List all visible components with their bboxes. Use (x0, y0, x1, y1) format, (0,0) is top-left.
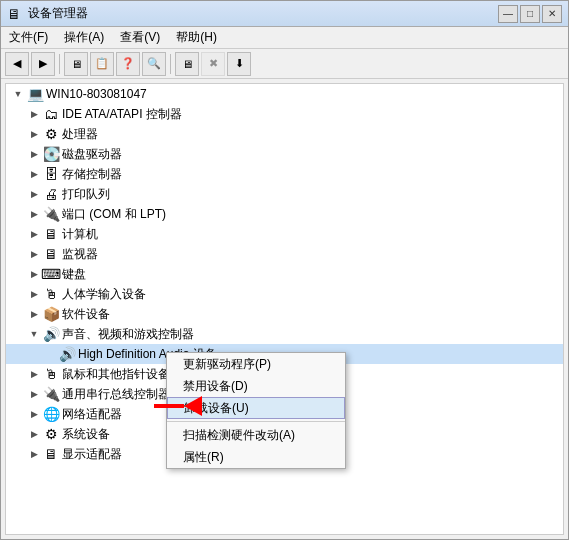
menu-file[interactable]: 文件(F) (1, 27, 56, 48)
arrow-shaft (154, 404, 184, 408)
label-1: 处理器 (62, 126, 98, 143)
title-bar-left: 🖥 设备管理器 (7, 5, 88, 22)
icon-12: 🔊 (58, 345, 76, 363)
label-2: 磁盘驱动器 (62, 146, 122, 163)
icon-11: 🔊 (42, 325, 60, 343)
icon-15: 🌐 (42, 405, 60, 423)
arrow-indicator (154, 396, 202, 416)
root-label: WIN10-803081047 (46, 87, 147, 101)
context-menu-item-scan[interactable]: 扫描检测硬件改动(A) (167, 424, 345, 446)
context-menu-item-update[interactable]: 更新驱动程序(P) (167, 353, 345, 375)
tree-item-9[interactable]: ▶ 🖱 人体学输入设备 (6, 284, 563, 304)
window-title: 设备管理器 (28, 5, 88, 22)
forward-button[interactable]: ▶ (31, 52, 55, 76)
label-3: 存储控制器 (62, 166, 122, 183)
label-16: 系统设备 (62, 426, 110, 443)
root-icon: 💻 (26, 85, 44, 103)
tree-item-2[interactable]: ▶ 💽 磁盘驱动器 (6, 144, 563, 164)
icon-8: ⌨ (42, 265, 60, 283)
context-menu-item-properties[interactable]: 属性(R) (167, 446, 345, 468)
arrow-4: ▶ (26, 189, 42, 199)
arrow-8: ▶ (26, 269, 42, 279)
tree-item-10[interactable]: ▶ 📦 软件设备 (6, 304, 563, 324)
tree-item-3[interactable]: ▶ 🗄 存储控制器 (6, 164, 563, 184)
toolbar-separator-2 (170, 54, 171, 74)
maximize-button[interactable]: □ (520, 5, 540, 23)
arrow-10: ▶ (26, 309, 42, 319)
tree-item-6[interactable]: ▶ 🖥 计算机 (6, 224, 563, 244)
device-manager-window: 🖥 设备管理器 — □ ✕ 文件(F) 操作(A) 查看(V) 帮助(H) ◀ … (0, 0, 569, 540)
label-13: 鼠标和其他指针设备 (62, 366, 170, 383)
tree-root[interactable]: ▼ 💻 WIN10-803081047 (6, 84, 563, 104)
toolbar: ◀ ▶ 🖥 📋 ❓ 🔍 🖥 ✖ ⬇ (1, 49, 568, 79)
icon-2: 💽 (42, 145, 60, 163)
label-4: 打印队列 (62, 186, 110, 203)
arrow-11: ▼ (26, 329, 42, 339)
icon-9: 🖱 (42, 285, 60, 303)
back-button[interactable]: ◀ (5, 52, 29, 76)
label-9: 人体学输入设备 (62, 286, 146, 303)
label-11: 声音、视频和游戏控制器 (62, 326, 194, 343)
minimize-button[interactable]: — (498, 5, 518, 23)
tree-item-1[interactable]: ▶ ⚙ 处理器 (6, 124, 563, 144)
icon-17: 🖥 (42, 445, 60, 463)
arrow-1: ▶ (26, 129, 42, 139)
icon-3: 🗄 (42, 165, 60, 183)
icon-0: 🗂 (42, 105, 60, 123)
label-15: 网络适配器 (62, 406, 122, 423)
window-icon: 🖥 (7, 6, 23, 22)
icon-10: 📦 (42, 305, 60, 323)
arrow-6: ▶ (26, 229, 42, 239)
properties-button[interactable]: 📋 (90, 52, 114, 76)
computer-button[interactable]: 🖥 (64, 52, 88, 76)
label-0: IDE ATA/ATAPI 控制器 (62, 106, 182, 123)
scan-button[interactable]: 🔍 (142, 52, 166, 76)
arrow-7: ▶ (26, 249, 42, 259)
tree-item-0[interactable]: ▶ 🗂 IDE ATA/ATAPI 控制器 (6, 104, 563, 124)
tree-item-5[interactable]: ▶ 🔌 端口 (COM 和 LPT) (6, 204, 563, 224)
tree-item-8[interactable]: ▶ ⌨ 键盘 (6, 264, 563, 284)
arrow-2: ▶ (26, 149, 42, 159)
menu-view[interactable]: 查看(V) (112, 27, 168, 48)
toolbar-separator-1 (59, 54, 60, 74)
label-10: 软件设备 (62, 306, 110, 323)
label-6: 计算机 (62, 226, 98, 243)
menu-action[interactable]: 操作(A) (56, 27, 112, 48)
context-menu-item-disable[interactable]: 禁用设备(D) (167, 375, 345, 397)
question-button[interactable]: ❓ (116, 52, 140, 76)
icon-14: 🔌 (42, 385, 60, 403)
close-button[interactable]: ✕ (542, 5, 562, 23)
content-area: ▼ 💻 WIN10-803081047 ▶ 🗂 IDE ATA/ATAPI 控制… (1, 79, 568, 539)
arrow-9: ▶ (26, 289, 42, 299)
arrow-5: ▶ (26, 209, 42, 219)
root-arrow: ▼ (10, 89, 26, 99)
menu-help[interactable]: 帮助(H) (168, 27, 225, 48)
title-bar: 🖥 设备管理器 — □ ✕ (1, 1, 568, 27)
arrow-17: ▶ (26, 449, 42, 459)
red-arrow-head (184, 396, 202, 416)
context-menu-separator (167, 421, 345, 422)
icon-4: 🖨 (42, 185, 60, 203)
label-17: 显示适配器 (62, 446, 122, 463)
label-5: 端口 (COM 和 LPT) (62, 206, 166, 223)
arrow-16: ▶ (26, 429, 42, 439)
tree-item-4[interactable]: ▶ 🖨 打印队列 (6, 184, 563, 204)
label-7: 监视器 (62, 246, 98, 263)
arrow-15: ▶ (26, 409, 42, 419)
icon-16: ⚙ (42, 425, 60, 443)
arrow-13: ▶ (26, 369, 42, 379)
icon-7: 🖥 (42, 245, 60, 263)
icon-13: 🖱 (42, 365, 60, 383)
icon-1: ⚙ (42, 125, 60, 143)
remove-button[interactable]: ✖ (201, 52, 225, 76)
icon-5: 🔌 (42, 205, 60, 223)
title-controls: — □ ✕ (498, 5, 562, 23)
update-button[interactable]: ⬇ (227, 52, 251, 76)
device-tree[interactable]: ▼ 💻 WIN10-803081047 ▶ 🗂 IDE ATA/ATAPI 控制… (5, 83, 564, 535)
menu-bar: 文件(F) 操作(A) 查看(V) 帮助(H) (1, 27, 568, 49)
monitor-button[interactable]: 🖥 (175, 52, 199, 76)
icon-6: 🖥 (42, 225, 60, 243)
tree-item-11[interactable]: ▼ 🔊 声音、视频和游戏控制器 (6, 324, 563, 344)
tree-item-7[interactable]: ▶ 🖥 监视器 (6, 244, 563, 264)
arrow-14: ▶ (26, 389, 42, 399)
